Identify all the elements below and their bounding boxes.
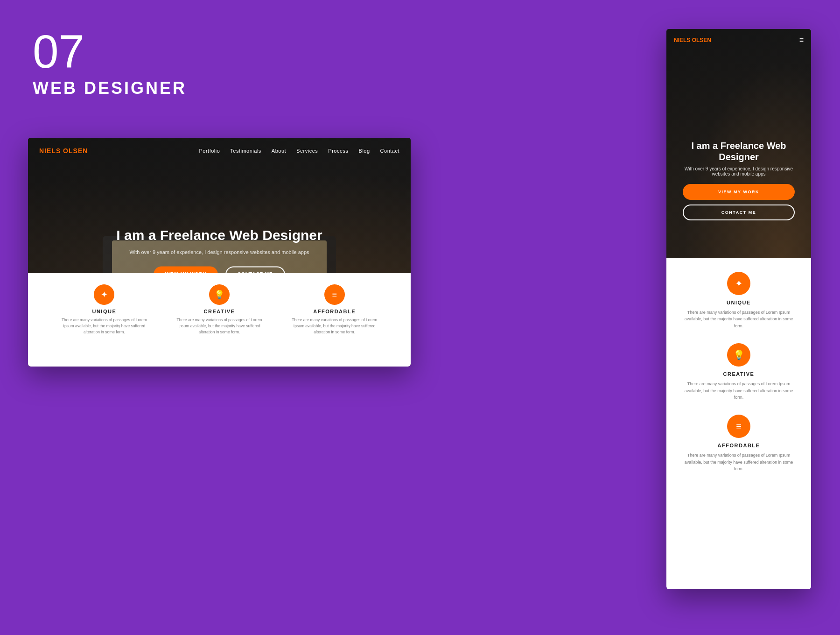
creative-title: CREATIVE: [173, 309, 266, 314]
nav-testimonials[interactable]: Testimonials: [230, 148, 261, 154]
unique-title: UNIQUE: [57, 309, 151, 314]
unique-icon: ✦: [94, 284, 114, 305]
mobile-affordable-title: AFFORDABLE: [676, 443, 802, 448]
unique-desc: There are many variations of passages of…: [57, 317, 151, 335]
creative-icon: 💡: [209, 284, 230, 305]
affordable-title: AFFORDABLE: [288, 309, 381, 314]
mobile-brand: NIELS OLSEN: [674, 37, 711, 43]
mobile-hero-subheading: With over 9 years of experience, I desig…: [676, 166, 802, 176]
nav-contact[interactable]: Contact: [380, 148, 399, 154]
mobile-mockup: NIELS OLSEN ≡ I am a Freelance Web Desig…: [666, 29, 811, 589]
affordable-desc: There are many variations of passages of…: [288, 317, 381, 335]
feature-creative: 💡 CREATIVE There are many variations of …: [173, 284, 266, 335]
nav-about[interactable]: About: [272, 148, 286, 154]
feature-affordable: ≡ AFFORDABLE There are many variations o…: [288, 284, 381, 335]
desktop-hero-heading: I am a Freelance Web Designer: [66, 227, 372, 244]
mobile-creative-title: CREATIVE: [676, 371, 802, 377]
mobile-hero: NIELS OLSEN ≡ I am a Freelance Web Desig…: [666, 29, 811, 258]
mobile-nav: NIELS OLSEN ≡: [666, 29, 811, 51]
mobile-view-work-button[interactable]: VIEW MY WORK: [683, 184, 795, 200]
desktop-hero-subheading: With over 9 years of experience, I desig…: [66, 249, 372, 255]
mobile-brand-first: NIELS: [674, 37, 690, 43]
top-label: 07 WEB DESIGNER: [33, 28, 187, 98]
desktop-inner: NIELS OLSEN Portfolio Testimonials About…: [28, 138, 411, 367]
nav-portfolio[interactable]: Portfolio: [199, 148, 220, 154]
mobile-hero-content: I am a Freelance Web Designer With over …: [666, 131, 811, 230]
brand-first: NIELS: [39, 147, 61, 155]
mobile-feature-affordable: ≡ AFFORDABLE There are many variations o…: [676, 415, 802, 472]
brand-last: OLSEN: [61, 147, 88, 155]
mobile-feature-unique: ✦ UNIQUE There are many variations of pa…: [676, 272, 802, 329]
creative-desc: There are many variations of passages of…: [173, 317, 266, 335]
mobile-unique-desc: There are many variations of passages of…: [676, 309, 802, 329]
mobile-affordable-icon: ≡: [727, 415, 750, 438]
mobile-unique-title: UNIQUE: [676, 300, 802, 305]
hamburger-icon[interactable]: ≡: [799, 36, 804, 44]
desktop-brand: NIELS OLSEN: [39, 147, 88, 155]
mobile-affordable-desc: There are many variations of passages of…: [676, 452, 802, 472]
mobile-hero-buttons: VIEW MY WORK CONTACT ME: [676, 184, 802, 220]
desktop-nav-links: Portfolio Testimonials About Services Pr…: [199, 148, 399, 154]
nav-blog[interactable]: Blog: [359, 148, 370, 154]
mobile-creative-icon: 💡: [727, 343, 750, 367]
label-number: 07: [33, 28, 187, 75]
mobile-hero-heading: I am a Freelance Web Designer: [676, 140, 802, 162]
mobile-contact-me-button[interactable]: CONTACT ME: [683, 205, 795, 220]
desktop-features: ✦ UNIQUE There are many variations of pa…: [28, 273, 411, 367]
desktop-mockup: NIELS OLSEN Portfolio Testimonials About…: [28, 138, 411, 367]
mobile-features: ✦ UNIQUE There are many variations of pa…: [666, 258, 811, 487]
mobile-unique-icon: ✦: [727, 272, 750, 295]
desktop-nav: NIELS OLSEN Portfolio Testimonials About…: [28, 138, 411, 164]
nav-process[interactable]: Process: [328, 148, 348, 154]
mobile-creative-desc: There are many variations of passages of…: [676, 381, 802, 401]
feature-unique: ✦ UNIQUE There are many variations of pa…: [57, 284, 151, 335]
affordable-icon: ≡: [324, 284, 345, 305]
mobile-feature-creative: 💡 CREATIVE There are many variations of …: [676, 343, 802, 401]
nav-services[interactable]: Services: [296, 148, 318, 154]
label-title: WEB DESIGNER: [33, 78, 187, 98]
mobile-brand-last: OLSEN: [690, 37, 711, 43]
